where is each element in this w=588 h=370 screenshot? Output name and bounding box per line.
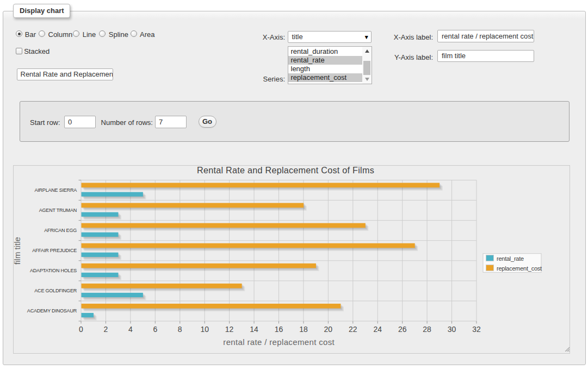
svg-text:8: 8 (178, 325, 182, 334)
svg-text:rental_rate: rental_rate (497, 255, 524, 262)
svg-text:16: 16 (275, 325, 283, 334)
svg-text:26: 26 (398, 325, 407, 334)
svg-text:AGENT TRUMAN: AGENT TRUMAN (39, 208, 77, 213)
svg-text:ADAPTATION HOLES: ADAPTATION HOLES (30, 268, 77, 273)
svg-text:14: 14 (250, 325, 258, 334)
svg-text:film title: film title (14, 237, 22, 265)
svg-text:AFRICAN EGG: AFRICAN EGG (44, 228, 77, 233)
svg-text:AFFAIR PREJUDICE: AFFAIR PREJUDICE (32, 248, 77, 253)
svg-text:0: 0 (79, 325, 83, 334)
svg-text:22: 22 (349, 325, 357, 334)
svg-text:ACADEMY DINOSAUR: ACADEMY DINOSAUR (27, 308, 77, 313)
svg-text:4: 4 (128, 325, 133, 334)
svg-text:12: 12 (225, 325, 234, 334)
svg-text:replacement_cost: replacement_cost (497, 265, 542, 272)
svg-text:6: 6 (153, 325, 157, 334)
svg-text:ACE GOLDFINGER: ACE GOLDFINGER (34, 288, 77, 293)
svg-text:Rental Rate and Replacement Co: Rental Rate and Replacement Cost of Film… (197, 166, 374, 175)
svg-text:AIRPLANE SIERRA: AIRPLANE SIERRA (34, 187, 77, 193)
svg-text:18: 18 (299, 325, 308, 334)
svg-text:30: 30 (448, 325, 456, 334)
svg-text:32: 32 (472, 325, 481, 334)
svg-text:20: 20 (324, 325, 333, 334)
svg-text:28: 28 (423, 325, 431, 334)
svg-text:10: 10 (200, 325, 209, 334)
svg-text:2: 2 (104, 325, 108, 334)
svg-text:24: 24 (373, 325, 382, 334)
svg-text:rental rate / replacement cost: rental rate / replacement cost (223, 337, 335, 347)
